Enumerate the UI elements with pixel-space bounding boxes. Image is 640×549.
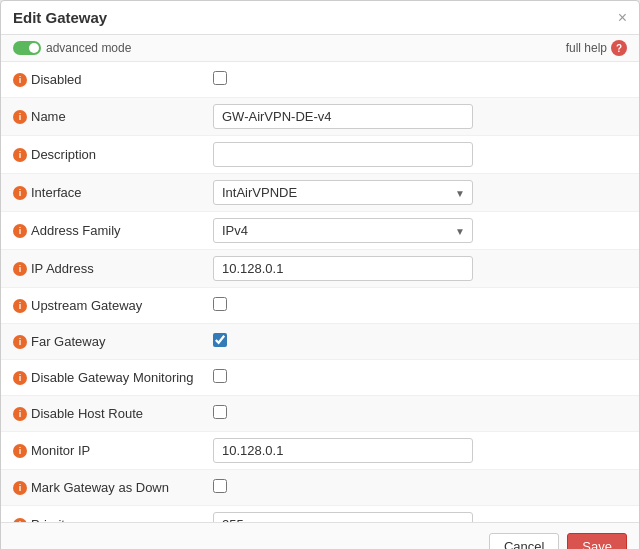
label-priority: iPriority (13, 517, 213, 522)
info-icon: i (13, 518, 27, 523)
form-row-description: iDescription (1, 136, 639, 174)
label-text-disable-gateway-monitoring: Disable Gateway Monitoring (31, 370, 194, 385)
info-icon: i (13, 407, 27, 421)
control-far-gateway (213, 333, 627, 350)
label-text-disabled: Disabled (31, 72, 82, 87)
advanced-mode-toggle[interactable]: advanced mode (13, 41, 131, 55)
form-row-mark-gateway-as-down: iMark Gateway as Down (1, 470, 639, 506)
close-button[interactable]: × (618, 10, 627, 26)
label-disable-host-route: iDisable Host Route (13, 406, 213, 421)
select-interface[interactable]: IntAirVPNDE (213, 180, 473, 205)
form-row-monitor-ip: iMonitor IP (1, 432, 639, 470)
label-text-name: Name (31, 109, 66, 124)
form-row-disabled: iDisabled (1, 62, 639, 98)
label-text-interface: Interface (31, 185, 82, 200)
label-name: iName (13, 109, 213, 124)
modal-title: Edit Gateway (13, 9, 107, 26)
control-name (213, 104, 627, 129)
save-button[interactable]: Save (567, 533, 627, 549)
label-far-gateway: iFar Gateway (13, 334, 213, 349)
label-text-priority: Priority (31, 517, 71, 522)
checkbox-mark-gateway-as-down[interactable] (213, 479, 227, 493)
input-monitor-ip[interactable] (213, 438, 473, 463)
select-wrap-interface: IntAirVPNDE▼ (213, 180, 473, 205)
cancel-button[interactable]: Cancel (489, 533, 559, 549)
label-upstream-gateway: iUpstream Gateway (13, 298, 213, 313)
label-address-family: iAddress Family (13, 223, 213, 238)
info-icon: i (13, 335, 27, 349)
label-text-far-gateway: Far Gateway (31, 334, 105, 349)
label-text-monitor-ip: Monitor IP (31, 443, 90, 458)
modal-footer: Cancel Save (1, 522, 639, 549)
control-mark-gateway-as-down (213, 479, 627, 496)
help-icon: ? (611, 40, 627, 56)
info-icon: i (13, 299, 27, 313)
info-icon: i (13, 186, 27, 200)
form-row-disable-host-route: iDisable Host Route (1, 396, 639, 432)
control-description (213, 142, 627, 167)
info-icon: i (13, 148, 27, 162)
label-ip-address: iIP Address (13, 261, 213, 276)
label-disabled: iDisabled (13, 72, 213, 87)
label-description: iDescription (13, 147, 213, 162)
select-wrap-address-family: IPv4▼ (213, 218, 473, 243)
form-row-priority: iPriority (1, 506, 639, 522)
input-priority[interactable] (213, 512, 473, 522)
info-icon: i (13, 444, 27, 458)
label-text-description: Description (31, 147, 96, 162)
advanced-mode-label: advanced mode (46, 41, 131, 55)
form-row-interface: iInterfaceIntAirVPNDE▼ (1, 174, 639, 212)
input-ip-address[interactable] (213, 256, 473, 281)
modal-header: Edit Gateway × (1, 1, 639, 35)
label-mark-gateway-as-down: iMark Gateway as Down (13, 480, 213, 495)
label-disable-gateway-monitoring: iDisable Gateway Monitoring (13, 370, 213, 385)
full-help-link[interactable]: full help ? (566, 40, 627, 56)
form-row-far-gateway: iFar Gateway (1, 324, 639, 360)
form-row-name: iName (1, 98, 639, 136)
form-row-ip-address: iIP Address (1, 250, 639, 288)
info-icon: i (13, 371, 27, 385)
control-upstream-gateway (213, 297, 627, 314)
info-icon: i (13, 262, 27, 276)
label-text-upstream-gateway: Upstream Gateway (31, 298, 142, 313)
control-disable-gateway-monitoring (213, 369, 627, 386)
checkbox-far-gateway[interactable] (213, 333, 227, 347)
info-icon: i (13, 110, 27, 124)
control-monitor-ip (213, 438, 627, 463)
toolbar: advanced mode full help ? (1, 35, 639, 62)
control-ip-address (213, 256, 627, 281)
checkbox-disable-gateway-monitoring[interactable] (213, 369, 227, 383)
control-address-family: IPv4▼ (213, 218, 627, 243)
input-name[interactable] (213, 104, 473, 129)
label-text-ip-address: IP Address (31, 261, 94, 276)
select-address-family[interactable]: IPv4 (213, 218, 473, 243)
info-icon: i (13, 481, 27, 495)
control-disable-host-route (213, 405, 627, 422)
control-priority (213, 512, 627, 522)
full-help-label: full help (566, 41, 607, 55)
form-row-upstream-gateway: iUpstream Gateway (1, 288, 639, 324)
label-text-mark-gateway-as-down: Mark Gateway as Down (31, 480, 169, 495)
control-disabled (213, 71, 627, 88)
info-icon: i (13, 73, 27, 87)
checkbox-disabled[interactable] (213, 71, 227, 85)
form-row-disable-gateway-monitoring: iDisable Gateway Monitoring (1, 360, 639, 396)
form-body: iDisablediNameiDescriptioniInterfaceIntA… (1, 62, 639, 522)
input-description[interactable] (213, 142, 473, 167)
checkbox-upstream-gateway[interactable] (213, 297, 227, 311)
label-monitor-ip: iMonitor IP (13, 443, 213, 458)
label-text-disable-host-route: Disable Host Route (31, 406, 143, 421)
edit-gateway-modal: Edit Gateway × advanced mode full help ?… (0, 0, 640, 549)
form-row-address-family: iAddress FamilyIPv4▼ (1, 212, 639, 250)
info-icon: i (13, 224, 27, 238)
label-text-address-family: Address Family (31, 223, 121, 238)
toggle-icon (13, 41, 41, 55)
control-interface: IntAirVPNDE▼ (213, 180, 627, 205)
checkbox-disable-host-route[interactable] (213, 405, 227, 419)
label-interface: iInterface (13, 185, 213, 200)
